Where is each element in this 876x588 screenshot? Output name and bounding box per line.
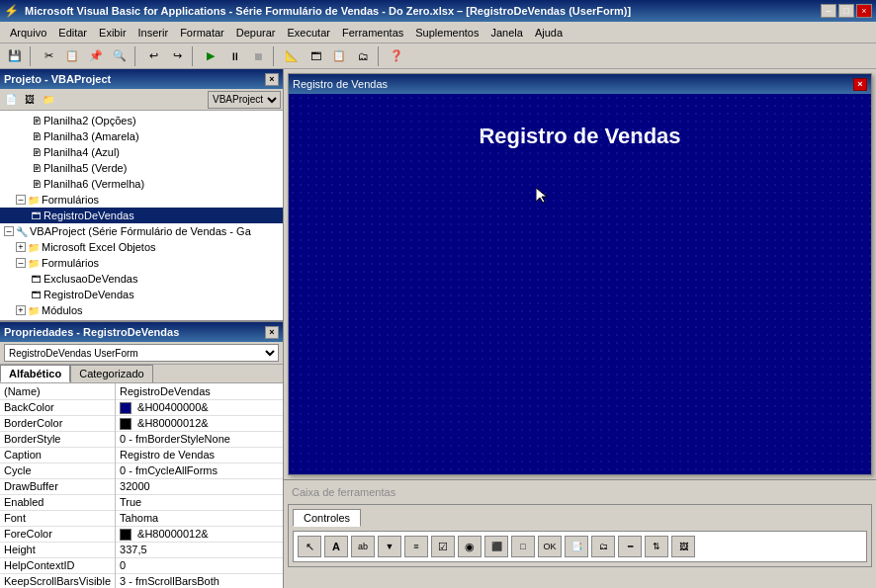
prop-bordercolor-value[interactable]: &H80000012& (116, 415, 283, 431)
menu-ajuda[interactable]: Ajuda (529, 25, 569, 41)
project-tree[interactable]: 🖹 Planilha2 (Opções) 🖹 Planilha3 (Amarel… (0, 111, 283, 320)
ctrl-listbox[interactable]: ≡ (404, 536, 428, 557)
tree-planilha3[interactable]: 🖹 Planilha3 (Amarela) (0, 128, 283, 144)
tb-paste[interactable]: 📌 (85, 46, 107, 66)
project-dropdown[interactable]: VBAProject (208, 91, 281, 109)
ctrl-label[interactable]: A (324, 536, 348, 557)
prop-row-caption[interactable]: Caption Registro de Vendas (0, 447, 283, 462)
formularios1-toggle[interactable]: – (16, 195, 26, 205)
prop-row-height[interactable]: Height 337,5 (0, 542, 283, 557)
tb-stop[interactable]: ⏹ (247, 46, 269, 66)
tree-vbaproject[interactable]: – 🔧 VBAProject (Série Fórmulário de Vend… (0, 223, 283, 239)
modulos-toggle[interactable]: + (16, 305, 26, 315)
tb-undo[interactable]: ↩ (142, 46, 164, 66)
tb-redo[interactable]: ↪ (166, 46, 188, 66)
tb-pause[interactable]: ⏸ (223, 46, 245, 66)
prop-row-helpcontextid[interactable]: HelpContextID 0 (0, 557, 283, 573)
proj-tb-toggle-folders[interactable]: 📁 (40, 91, 57, 108)
prop-row-bordercolor[interactable]: BorderColor &H80000012& (0, 415, 283, 431)
prop-enabled-value[interactable]: True (116, 494, 283, 510)
tb-save[interactable]: 💾 (4, 46, 26, 66)
menu-janela[interactable]: Janela (485, 25, 529, 41)
ctrl-tabstrip[interactable]: 📑 (565, 536, 588, 557)
ctrl-multipage[interactable]: 🗂 (591, 536, 615, 557)
prop-row-cycle[interactable]: Cycle 0 - fmCycleAllForms (0, 462, 283, 478)
menu-depurar[interactable]: Depurar (230, 25, 282, 41)
tree-planilha6[interactable]: 🖹 Planilha6 (Vermelha) (0, 176, 283, 192)
tree-formularios1[interactable]: – 📁 Formulários (0, 192, 283, 208)
prop-helpcontextid-value[interactable]: 0 (116, 557, 283, 573)
menu-suplementos[interactable]: Suplementos (409, 25, 484, 41)
prop-row-name[interactable]: (Name) RegistroDeVendas (0, 383, 283, 399)
maximize-button[interactable]: □ (838, 4, 854, 18)
proj-tb-view-object[interactable]: 🖼 (21, 91, 39, 108)
menu-formatar[interactable]: Formatar (174, 25, 230, 41)
prop-row-borderstyle[interactable]: BorderStyle 0 - fmBorderStyleNone (0, 431, 283, 447)
prop-backcolor-value[interactable]: &H00400000& (116, 399, 283, 415)
prop-row-backcolor[interactable]: BackColor &H00400000& (0, 399, 283, 415)
tree-exclusaoDeVendas[interactable]: 🗔 ExclusaoDeVendas (0, 271, 283, 287)
msexcel-toggle[interactable]: + (16, 242, 26, 252)
prop-row-keepscrollbars[interactable]: KeepScrollBarsVisible 3 - fmScrollBarsBo… (0, 573, 283, 588)
vbaproject-toggle[interactable]: – (4, 226, 14, 236)
ctrl-optionbutton[interactable]: ◉ (458, 536, 482, 557)
tree-registroDeVendas2[interactable]: 🗔 RegistroDeVendas (0, 287, 283, 302)
props-object-select[interactable]: RegistroDeVendas UserForm (4, 344, 279, 362)
prop-drawbuffer-value[interactable]: 32000 (116, 478, 283, 494)
prop-font-value[interactable]: Tahoma (116, 510, 283, 526)
menu-ferramentas[interactable]: Ferramentas (336, 25, 409, 41)
ctrl-frame[interactable]: □ (511, 536, 535, 557)
form-close-button[interactable]: × (853, 78, 867, 91)
prop-row-enabled[interactable]: Enabled True (0, 494, 283, 510)
minimize-button[interactable]: – (821, 4, 836, 18)
tb-copy[interactable]: 📋 (61, 46, 83, 66)
prop-forecolor-value[interactable]: &H80000012& (116, 526, 283, 542)
prop-height-value[interactable]: 337,5 (116, 542, 283, 557)
formularios2-toggle[interactable]: – (16, 258, 26, 268)
prop-keepscrollbars-value[interactable]: 3 - fmScrollBarsBoth (116, 573, 283, 588)
tb-props[interactable]: 📋 (328, 46, 350, 66)
ctrl-image[interactable]: 🖼 (671, 536, 695, 557)
tree-planilha5[interactable]: 🖹 Planilha5 (Verde) (0, 160, 283, 176)
tb-explorer[interactable]: 🗂 (352, 46, 374, 66)
props-panel-close[interactable]: × (265, 326, 279, 339)
tb-run[interactable]: ▶ (200, 46, 221, 66)
tb-find[interactable]: 🔍 (109, 46, 131, 66)
menu-editar[interactable]: Editar (52, 25, 93, 41)
prop-name-value[interactable]: RegistroDeVendas (116, 383, 283, 399)
props-tab-alfabetico[interactable]: Alfabético (0, 365, 70, 382)
ctrl-commandbutton[interactable]: OK (538, 536, 562, 557)
menu-executar[interactable]: Executar (282, 25, 336, 41)
tree-modulos[interactable]: + 📁 Módulos (0, 302, 283, 318)
menu-arquivo[interactable]: Arquivo (4, 25, 52, 41)
prop-row-font[interactable]: Font Tahoma (0, 510, 283, 526)
project-panel-close[interactable]: × (265, 73, 279, 86)
prop-row-drawbuffer[interactable]: DrawBuffer 32000 (0, 478, 283, 494)
prop-cycle-value[interactable]: 0 - fmCycleAllForms (116, 462, 283, 478)
ctrl-togglebutton[interactable]: ⬛ (484, 536, 508, 557)
ctrl-scrollbar[interactable]: ━ (618, 536, 642, 557)
props-tab-categorizado[interactable]: Categorizado (70, 365, 152, 382)
prop-caption-value[interactable]: Registro de Vendas (116, 447, 283, 462)
ctrl-textbox[interactable]: ab (351, 536, 375, 557)
tb-userform[interactable]: 🗔 (305, 46, 326, 66)
tree-planilha4[interactable]: 🖹 Planilha4 (Azul) (0, 144, 283, 160)
close-button[interactable]: × (856, 4, 872, 18)
prop-row-forecolor[interactable]: ForeColor &H80000012& (0, 526, 283, 542)
tree-msExcelObjetos[interactable]: + 📁 Microsoft Excel Objetos (0, 239, 283, 255)
tree-registroDeVendas1[interactable]: 🗔 RegistroDeVendas (0, 208, 283, 223)
ctrl-combobox[interactable]: ▼ (378, 536, 401, 557)
tree-planilha2[interactable]: 🖹 Planilha2 (Opções) (0, 113, 283, 128)
tb-design[interactable]: 📐 (281, 46, 303, 66)
tb-help[interactable]: ❓ (386, 46, 407, 66)
proj-tb-view-code[interactable]: 📄 (2, 91, 20, 108)
ctrl-spinbutton[interactable]: ⇅ (645, 536, 668, 557)
tb-cut[interactable]: ✂ (38, 46, 59, 66)
menu-exibir[interactable]: Exibir (93, 25, 132, 41)
form-body[interactable]: Registro de Vendas (289, 94, 871, 474)
ctrl-checkbox[interactable]: ☑ (431, 536, 455, 557)
toolbox-tab-controles[interactable]: Controles (293, 509, 361, 527)
prop-borderstyle-value[interactable]: 0 - fmBorderStyleNone (116, 431, 283, 447)
menu-inserir[interactable]: Inserir (132, 25, 175, 41)
tree-formularios2[interactable]: – 📁 Formulários (0, 255, 283, 271)
